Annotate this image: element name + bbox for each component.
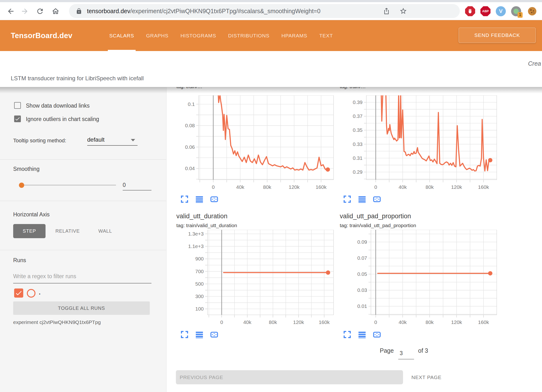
- send-feedback-button[interactable]: SEND FEEDBACK: [459, 28, 536, 43]
- tooltip-sorting-select[interactable]: default: [87, 136, 104, 143]
- data-table-icon[interactable]: [195, 195, 203, 203]
- profile-extension-icon[interactable]: 1: [511, 6, 521, 16]
- chevron-down-icon[interactable]: [131, 139, 135, 141]
- tab-hparams[interactable]: HPARAMS: [282, 20, 307, 51]
- subheader: Crea LSTM transducer training for LibriS…: [0, 51, 542, 87]
- axis-step-button[interactable]: STEP: [13, 224, 46, 238]
- smoothing-label: Smoothing: [13, 166, 40, 172]
- svg-text:0.37: 0.37: [353, 113, 363, 119]
- pan-zoom-icon[interactable]: [373, 195, 381, 203]
- tab-distributions[interactable]: DISTRIBUTIONS: [228, 20, 270, 51]
- axis-relative-button[interactable]: RELATIVE: [54, 224, 81, 238]
- svg-text:160k: 160k: [478, 184, 489, 190]
- svg-text:0.03: 0.03: [357, 287, 367, 293]
- horizontal-axis-label: Horizontal Axis: [13, 211, 50, 218]
- cookie-extension-icon[interactable]: [527, 6, 537, 16]
- previous-page-button[interactable]: PREVIOUS PAGE: [176, 370, 403, 384]
- svg-text:0.06: 0.06: [185, 144, 195, 150]
- share-icon[interactable]: [383, 7, 390, 15]
- svg-text:40k: 40k: [399, 184, 407, 190]
- app-header: TensorBoard.dev SCALARS GRAPHS HISTOGRAM…: [0, 20, 542, 51]
- run-color-swatch: [27, 289, 35, 298]
- svg-text:40k: 40k: [236, 184, 244, 190]
- svg-text:80k: 80k: [426, 319, 434, 325]
- svg-text:160k: 160k: [319, 319, 330, 325]
- svg-text:0.04: 0.04: [185, 166, 195, 171]
- svg-text:0.35: 0.35: [353, 127, 363, 133]
- runs-filter-input[interactable]: [13, 272, 151, 280]
- smoothing-value-underline: [123, 190, 151, 190]
- adblock-extension-icon[interactable]: [465, 6, 475, 16]
- svg-text:0.31: 0.31: [353, 155, 363, 161]
- star-icon[interactable]: [399, 7, 407, 15]
- check-icon: [15, 289, 23, 297]
- run-checkbox[interactable]: [14, 288, 23, 298]
- scalar-chart-2[interactable]: 1.3e+31.1e+3900700500300100040k80k120k16…: [187, 230, 337, 327]
- data-table-icon[interactable]: [358, 330, 366, 339]
- toggle-all-runs-button[interactable]: TOGGLE ALL RUNS: [13, 301, 150, 315]
- svg-text:80k: 80k: [269, 319, 277, 325]
- chart-1-toolbar: [343, 195, 381, 203]
- v-label: V: [499, 8, 503, 14]
- pan-zoom-icon[interactable]: [210, 330, 218, 339]
- scalar-chart-1[interactable]: 0.390.370.350.330.310.29040k80k120k160k: [346, 95, 500, 192]
- smoothing-value[interactable]: 0: [123, 182, 126, 188]
- forward-icon[interactable]: [21, 7, 29, 15]
- axis-wall-button[interactable]: WALL: [97, 224, 114, 238]
- fullscreen-icon[interactable]: [343, 330, 351, 339]
- scalar-chart-0[interactable]: 0.10.080.060.04040k80k120k160k: [178, 95, 337, 192]
- ignore-outliers-checkbox[interactable]: [14, 115, 21, 122]
- svg-text:120k: 120k: [289, 184, 300, 190]
- data-table-icon[interactable]: [358, 195, 366, 203]
- svg-text:0.08: 0.08: [185, 123, 195, 128]
- tab-histograms[interactable]: HISTOGRAMS: [180, 20, 216, 51]
- svg-text:160k: 160k: [478, 319, 489, 325]
- experiment-id-label: experiment cj2vtPiwQHKN9Q1tx6PTpg: [13, 319, 101, 325]
- tab-scalars[interactable]: SCALARS: [109, 20, 134, 51]
- smoothing-slider-track[interactable]: [20, 185, 116, 185]
- reload-icon[interactable]: [36, 7, 44, 15]
- scalar-chart-3[interactable]: 0.090.070.050.030.01040k80k120k160k: [351, 230, 500, 327]
- svg-text:1.3e+3: 1.3e+3: [188, 231, 204, 236]
- tab-graphs[interactable]: GRAPHS: [146, 20, 169, 51]
- abp-extension-icon[interactable]: ABP: [480, 6, 490, 16]
- app-logo: TensorBoard.dev: [11, 31, 72, 40]
- fullscreen-icon[interactable]: [343, 195, 351, 203]
- svg-text:80k: 80k: [426, 184, 434, 190]
- svg-text:40k: 40k: [243, 319, 251, 325]
- fullscreen-icon[interactable]: [180, 330, 189, 339]
- svg-text:0: 0: [220, 319, 223, 325]
- chart-title: valid_utt_pad_proportion: [340, 213, 411, 220]
- pan-zoom-icon[interactable]: [210, 195, 218, 203]
- svg-text:900: 900: [195, 256, 204, 261]
- url-bar[interactable]: tensorboard.dev/experiment/cj2vtPiwQHKN9…: [69, 4, 460, 18]
- browser-chrome: tensorboard.dev/experiment/cj2vtPiwQHKN9…: [0, 0, 542, 20]
- svg-text:0.39: 0.39: [353, 99, 363, 105]
- data-table-icon[interactable]: [195, 330, 203, 339]
- page-number-input[interactable]: 3: [400, 350, 403, 357]
- svg-text:40k: 40k: [399, 319, 407, 325]
- chart-0-toolbar: [180, 195, 218, 203]
- svg-text:0.1: 0.1: [188, 101, 195, 107]
- url-domain: tensorboard.dev: [87, 8, 130, 14]
- extension-badge: 1: [518, 12, 523, 18]
- divider: [0, 250, 167, 250]
- svg-text:160k: 160k: [316, 184, 327, 190]
- chart-2-toolbar: [180, 330, 218, 339]
- next-page-button[interactable]: NEXT PAGE: [411, 370, 441, 384]
- show-download-links-checkbox[interactable]: [14, 102, 21, 109]
- svg-text:300: 300: [195, 294, 204, 299]
- back-icon[interactable]: [7, 7, 15, 15]
- svg-text:0.07: 0.07: [357, 255, 367, 261]
- run-name: .: [39, 289, 40, 296]
- v-extension-icon[interactable]: V: [496, 6, 506, 16]
- pan-zoom-icon[interactable]: [373, 330, 381, 339]
- experiment-title: LSTM transducer training for LibriSpeech…: [11, 75, 144, 82]
- smoothing-slider-thumb[interactable]: [19, 183, 24, 188]
- fullscreen-icon[interactable]: [180, 195, 189, 203]
- tab-text[interactable]: TEXT: [319, 20, 333, 51]
- runs-label: Runs: [13, 257, 26, 264]
- chart-tag: tag: train/valid_utt_pad_proportion: [340, 223, 416, 228]
- home-icon[interactable]: [52, 7, 60, 15]
- svg-text:120k: 120k: [293, 319, 304, 325]
